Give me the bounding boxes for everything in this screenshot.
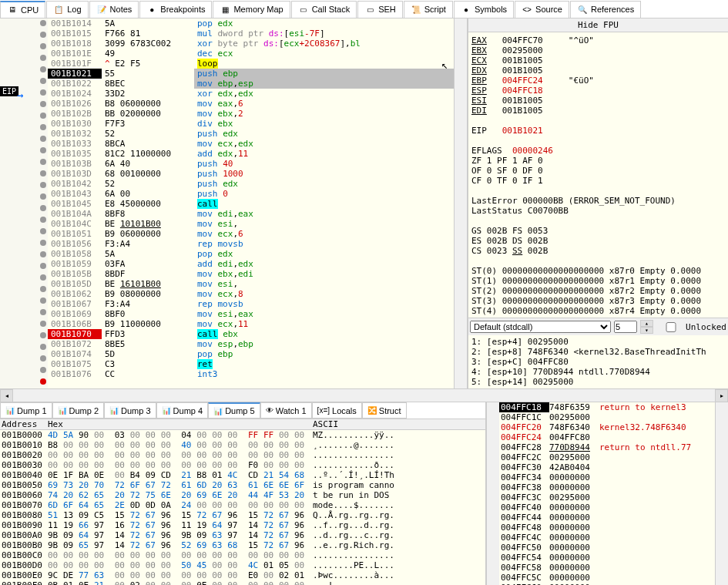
- stack-row[interactable]: 004FFC28770D8944return to ntdll.77: [499, 442, 715, 452]
- disasm-address[interactable]: 001B104A: [48, 209, 102, 219]
- disasm-address[interactable]: 001B1043: [48, 189, 102, 199]
- stack-row[interactable]: 004FFC5000000000: [499, 543, 715, 553]
- disasm-instruction[interactable]: push ebp: [194, 69, 454, 79]
- disasm-address[interactable]: 001B1056: [48, 239, 102, 249]
- tab-memory-map[interactable]: ▦Memory Map: [213, 1, 290, 18]
- disasm-instruction[interactable]: mov ecx,edx: [194, 139, 454, 149]
- dump-row[interactable]: 001B00004D5A9000 03000000 04000000 FFFF0…: [0, 430, 485, 440]
- breakpoint-dot[interactable]: [40, 251, 46, 257]
- disasm-address[interactable]: 001B1024: [48, 89, 102, 99]
- calling-convention-select[interactable]: Default (stdcall): [470, 321, 611, 333]
- dump-row[interactable]: 001B00A09B096497 14726796 9B096397 14726…: [0, 530, 485, 540]
- dump-tab-dump-3[interactable]: 📊Dump 3: [104, 402, 156, 419]
- tab-cpu[interactable]: 🖥CPU: [0, 1, 45, 18]
- stack-row[interactable]: 004FFC18748F6359return to kernel3: [499, 402, 715, 412]
- arg-count-input[interactable]: [614, 321, 637, 333]
- dump-row[interactable]: 001B00B09B096597 14726796 52696368 15726…: [0, 540, 485, 550]
- disasm-address[interactable]: 001B1015: [48, 29, 102, 39]
- breakpoint-dot[interactable]: [40, 32, 46, 38]
- dump-header-ascii[interactable]: ASCII: [310, 419, 485, 429]
- disasm-address[interactable]: 001B1042: [48, 179, 102, 189]
- breakpoint-dot[interactable]: [40, 78, 46, 84]
- arg-down-icon[interactable]: ▾: [640, 327, 653, 334]
- disasm-address[interactable]: 001B1032: [48, 129, 102, 139]
- disasm-address[interactable]: 001B105D: [48, 279, 102, 289]
- breakpoint-dot[interactable]: [40, 286, 46, 292]
- tab-script[interactable]: 📜Script: [404, 1, 453, 18]
- disasm-address[interactable]: 001B1014: [48, 18, 102, 29]
- breakpoint-dot[interactable]: [40, 43, 46, 49]
- disasm-instruction[interactable]: push edx: [194, 129, 454, 139]
- dump-tab-dump-2[interactable]: 📊Dump 2: [52, 402, 105, 419]
- stack-row[interactable]: 004FFC20748F6340kernel32.748F6340: [499, 422, 715, 432]
- disasm-address[interactable]: 001B1051: [48, 229, 102, 239]
- disasm-address[interactable]: 001B105B: [48, 269, 102, 279]
- disasm-instruction[interactable]: ret: [194, 359, 454, 369]
- disasm-instruction[interactable]: mov esi,: [194, 219, 454, 229]
- disasm-instruction[interactable]: call: [194, 199, 454, 209]
- disasm-address[interactable]: 001B1033: [48, 139, 102, 149]
- breakpoint-dot[interactable]: [40, 193, 46, 200]
- disasm-instruction[interactable]: mov ebp,esp: [194, 79, 454, 89]
- dump-content[interactable]: 001B00004D5A9000 03000000 04000000 FFFF0…: [0, 430, 485, 585]
- disasm-instruction[interactable]: dec ecx: [194, 49, 454, 59]
- dump-row[interactable]: 001B00400E1FBA0E 00B409CD 21B8014C CD215…: [0, 470, 485, 480]
- dump-row[interactable]: 001B005069732070 726F6772 616D2063 616E6…: [0, 480, 485, 490]
- disasm-address[interactable]: 001B1022: [48, 79, 102, 89]
- stack-arg[interactable]: 3: [esp+C] 004FFC80: [471, 357, 725, 367]
- breakpoint-dot[interactable]: [40, 20, 46, 26]
- disasm-address[interactable]: 001B1045: [48, 199, 102, 209]
- dump-row[interactable]: 001B003000000000 00000000 00000000 F0000…: [0, 460, 485, 470]
- breakpoint-dot[interactable]: [40, 332, 46, 338]
- stack-row[interactable]: 004FFC4000000000: [499, 503, 715, 513]
- disasm-address[interactable]: 001B1018: [48, 39, 102, 49]
- breakpoint-dot[interactable]: [40, 321, 46, 327]
- disasm-instruction[interactable]: add edx,11: [194, 149, 454, 159]
- disasm-instruction[interactable]: mov ebx,edi: [194, 269, 454, 279]
- disasm-address[interactable]: 001B1070: [48, 329, 102, 339]
- dump-header-address[interactable]: Address: [0, 419, 48, 429]
- disasm-instruction[interactable]: mul dword ptr ds:[esi-7F]: [194, 29, 454, 39]
- disasm-instruction[interactable]: mov ebx,2: [194, 109, 454, 119]
- dump-tab-watch-1[interactable]: 👁Watch 1: [260, 402, 312, 419]
- tab-symbols[interactable]: ●Symbols: [454, 1, 514, 18]
- register-edi[interactable]: EDI 001B1005: [471, 106, 725, 116]
- disasm-address[interactable]: 001B1069: [48, 309, 102, 319]
- dump-header-hex[interactable]: Hex: [48, 419, 310, 429]
- disasm-instruction[interactable]: mov ecx,11: [194, 319, 454, 329]
- tab-references[interactable]: 🔍References: [570, 1, 641, 18]
- disasm-instruction[interactable]: push 0: [194, 189, 454, 199]
- disasm-address[interactable]: 001B103D: [48, 169, 102, 179]
- disasm-address[interactable]: 001B1074: [48, 349, 102, 359]
- disasm-instruction[interactable]: rep movsb: [194, 239, 454, 249]
- dump-tab-struct[interactable]: 🔀Struct: [362, 402, 407, 419]
- stack-row[interactable]: 004FFC4400000000: [499, 513, 715, 523]
- disasm-address[interactable]: 001B1062: [48, 289, 102, 299]
- breakpoint-dot[interactable]: [40, 170, 46, 177]
- register-esp[interactable]: ESP 004FFC18: [471, 86, 725, 96]
- breakpoint-dot[interactable]: [40, 147, 46, 153]
- tab-notes[interactable]: 📝Notes: [89, 1, 139, 18]
- disasm-instruction[interactable]: add edi,edx: [194, 259, 454, 269]
- dump-row[interactable]: 001B002000000000 00000000 00000000 00000…: [0, 450, 485, 460]
- breakpoint-dot[interactable]: [40, 182, 46, 188]
- breakpoint-dot[interactable]: [40, 101, 46, 107]
- disasm-instruction[interactable]: call ebx: [194, 329, 454, 339]
- disasm-address[interactable]: 001B1075: [48, 359, 102, 369]
- disasm-instruction[interactable]: mov edi,eax: [194, 209, 454, 219]
- disasm-address[interactable]: 001B1076: [48, 369, 102, 379]
- breakpoint-dot[interactable]: [40, 217, 46, 223]
- breakpoint-dot[interactable]: [40, 274, 46, 281]
- stack-row[interactable]: 004FFC5800000000: [499, 563, 715, 573]
- register-ecx[interactable]: ECX 001B1005: [471, 55, 725, 66]
- disasm-address[interactable]: 001B1035: [48, 149, 102, 159]
- dump-tab-dump-4[interactable]: 📊Dump 4: [156, 402, 209, 419]
- disassembly-view[interactable]: EIP → ↖ 001B1014001B1015001B1018001B101E…: [0, 18, 468, 388]
- eflags[interactable]: EFLAGS 00000246: [471, 146, 725, 156]
- disasm-address[interactable]: 001B1067: [48, 299, 102, 309]
- unlocked-checkbox[interactable]: [659, 322, 683, 332]
- disasm-address[interactable]: 001B101F: [48, 59, 102, 69]
- breakpoint-dot[interactable]: [40, 89, 46, 96]
- dump-row[interactable]: 001B00D000000000 00000000 50450000 4C010…: [0, 560, 485, 570]
- tab-seh[interactable]: ▭SEH: [357, 1, 403, 18]
